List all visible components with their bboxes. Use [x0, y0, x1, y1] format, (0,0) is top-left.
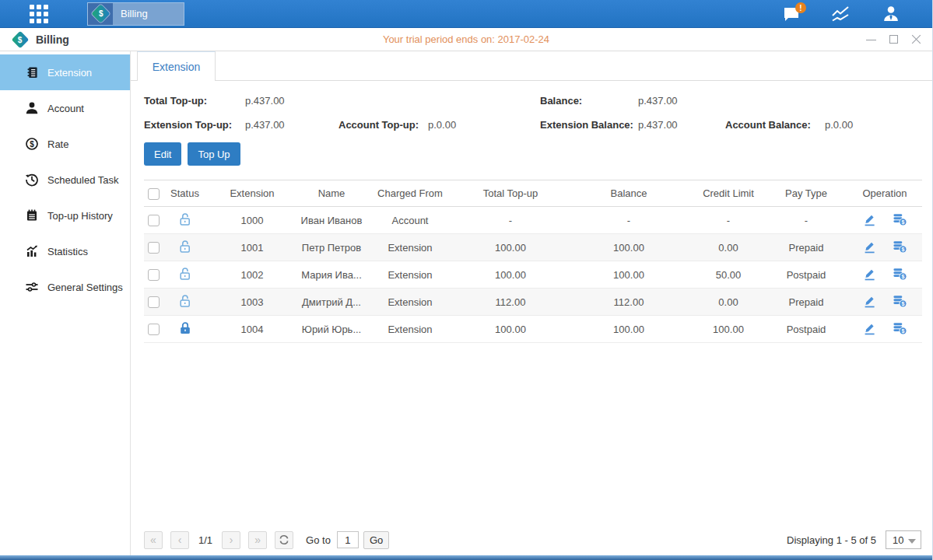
cell-extension: 1003 — [206, 289, 298, 316]
page-size-select[interactable]: 10 — [886, 530, 921, 549]
billing-app-tab[interactable]: $ Billing — [87, 2, 184, 26]
billing-diamond-icon: $ — [88, 3, 113, 25]
edit-pencil-icon[interactable] — [862, 320, 878, 336]
column-header-credit-limit: Credit Limit — [692, 180, 765, 207]
sidebar-item-scheduled-task[interactable]: Scheduled Task — [0, 162, 130, 198]
toolbar: Edit Top Up — [144, 142, 921, 166]
close-icon[interactable] — [911, 34, 921, 44]
svg-text:$: $ — [902, 328, 905, 334]
billing-app-window: $ Billing ! $ Billing Your trial period … — [0, 0, 933, 560]
svg-text:$: $ — [902, 274, 905, 280]
cell-total-topup: 112.00 — [455, 289, 566, 316]
ledger-icon — [24, 65, 40, 80]
window-bottom-edge — [0, 555, 932, 560]
settings-sliders-icon — [24, 279, 40, 295]
topup-coins-icon[interactable]: $ — [892, 320, 907, 336]
last-page-button[interactable]: » — [248, 531, 267, 549]
sidebar-item-top-up-history[interactable]: Top-up History — [0, 198, 130, 233]
topup-button[interactable]: Top Up — [188, 142, 240, 166]
messages-button[interactable]: ! — [781, 4, 801, 24]
apps-grid-icon[interactable] — [30, 5, 53, 23]
goto-page-input[interactable] — [337, 531, 359, 548]
first-page-button[interactable]: « — [144, 531, 163, 549]
reports-button[interactable] — [831, 4, 851, 24]
next-page-button[interactable]: › — [222, 531, 240, 549]
row-checkbox[interactable] — [148, 324, 160, 335]
extension-table: StatusExtensionNameCharged FromTotal Top… — [144, 180, 922, 343]
cell-balance: 100.00 — [566, 316, 692, 343]
sidebar-item-general-settings[interactable]: General Settings — [0, 269, 130, 305]
cell-total-topup: 100.00 — [455, 316, 566, 343]
row-checkbox[interactable] — [148, 215, 160, 226]
statistics-icon — [24, 243, 40, 259]
person-icon — [24, 100, 40, 116]
main-content: Extension Total Top-up: p.437.00 Extensi… — [131, 51, 932, 555]
cell-charged-from: Extension — [365, 234, 455, 261]
cell-extension: 1004 — [206, 316, 298, 343]
refresh-button[interactable] — [275, 531, 293, 549]
account-balance-label: Account Balance: — [725, 119, 825, 131]
unlocked-icon — [178, 294, 192, 308]
maximize-icon[interactable] — [889, 34, 899, 44]
topup-coins-icon[interactable]: $ — [892, 266, 907, 282]
sidebar-item-account[interactable]: Account — [0, 90, 130, 126]
cell-total-topup: 100.00 — [455, 234, 566, 261]
history-clock-icon — [24, 172, 40, 187]
edit-pencil-icon[interactable] — [862, 266, 878, 282]
window-title: Billing — [36, 33, 69, 46]
column-header-total-top-up: Total Top-up — [455, 180, 566, 207]
cell-pay-type: - — [765, 207, 847, 234]
cell-name: Мария Ива... — [298, 261, 365, 289]
sidebar-item-rate[interactable]: $ Rate — [0, 126, 130, 162]
edit-pencil-icon[interactable] — [862, 212, 878, 227]
go-button[interactable]: Go — [363, 531, 389, 549]
cell-balance: 100.00 — [566, 234, 692, 261]
summary-section: Total Top-up: p.437.00 Extension Top-up:… — [144, 92, 921, 133]
cell-name: Петр Петров — [298, 234, 365, 261]
trend-chart-icon — [831, 5, 851, 23]
cell-extension: 1000 — [206, 207, 298, 234]
account-topup-value: p.0.00 — [428, 119, 456, 131]
cell-credit-limit: - — [692, 207, 765, 234]
svg-text:$: $ — [902, 219, 905, 226]
edit-pencil-icon[interactable] — [862, 239, 878, 254]
cell-credit-limit: 100.00 — [692, 316, 765, 343]
edit-pencil-icon[interactable] — [862, 293, 878, 309]
total-topup-value: p.437.00 — [245, 95, 285, 107]
topup-coins-icon[interactable]: $ — [892, 293, 907, 309]
sidebar-item-statistics[interactable]: Statistics — [0, 233, 130, 269]
cell-extension: 1002 — [206, 261, 298, 289]
row-checkbox[interactable] — [148, 296, 160, 308]
sidebar-item-extension[interactable]: Extension — [0, 54, 130, 90]
table-row: 1000 Иван Иванов Account - - - - $ — [144, 207, 922, 234]
total-topup-label: Total Top-up: — [144, 95, 245, 107]
topup-coins-icon[interactable]: $ — [892, 212, 907, 227]
topbar-right-icons: ! — [781, 0, 901, 28]
tab-extension[interactable]: Extension — [137, 51, 216, 81]
billing-diamond-icon: $ — [14, 33, 26, 46]
goto-label: Go to — [306, 534, 331, 546]
column-header-status: Status — [163, 180, 206, 207]
edit-button[interactable]: Edit — [144, 142, 181, 166]
account-button[interactable] — [881, 4, 901, 24]
cell-charged-from: Account — [365, 207, 455, 234]
select-all-checkbox[interactable] — [148, 188, 160, 200]
minimize-icon[interactable] — [866, 34, 876, 44]
trial-notice: Your trial period ends on: 2017-02-24 — [0, 33, 932, 45]
topup-coins-icon[interactable]: $ — [892, 239, 907, 254]
coin-icon: $ — [24, 136, 40, 152]
prev-page-button[interactable]: ‹ — [170, 531, 189, 549]
row-checkbox[interactable] — [148, 242, 160, 254]
row-checkbox[interactable] — [148, 269, 160, 281]
extension-balance-label: Extension Balance: — [540, 119, 638, 131]
table-row: 1003 Дмитрий Д... Extension 112.00 112.0… — [144, 289, 922, 316]
balance-label: Balance: — [540, 95, 638, 107]
cell-credit-limit: 0.00 — [692, 289, 765, 316]
column-header-charged-from: Charged From — [365, 180, 455, 207]
cell-pay-type: Postpaid — [765, 261, 847, 289]
cell-credit-limit: 0.00 — [692, 234, 765, 261]
pagination-bar: « ‹ 1/1 › » Go to Go Displaying 1 - 5 of… — [144, 530, 921, 549]
extension-topup-label: Extension Top-up: — [144, 119, 245, 131]
cell-pay-type: Prepaid — [765, 289, 847, 316]
svg-text:$: $ — [30, 140, 34, 149]
